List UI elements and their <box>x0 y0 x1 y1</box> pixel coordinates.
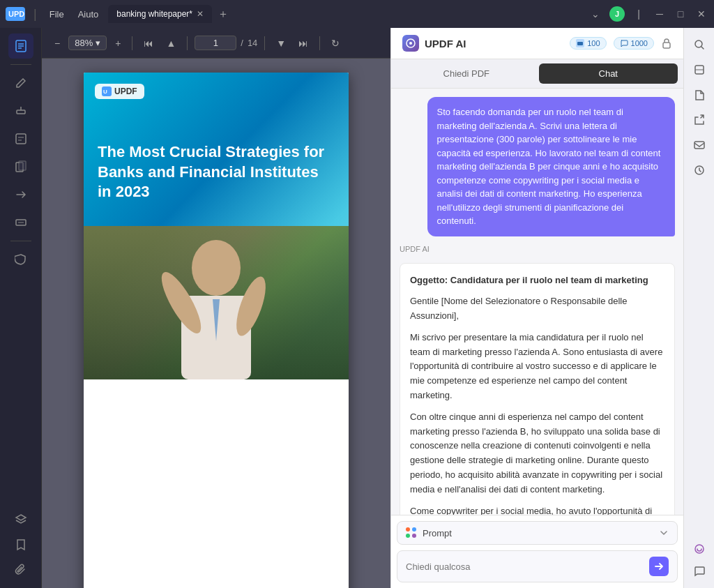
new-tab-btn[interactable]: ＋ <box>218 7 229 22</box>
svg-point-18 <box>192 240 241 296</box>
ai-credits-value: 100 <box>587 39 600 47</box>
minimize-btn[interactable]: ─ <box>653 8 667 20</box>
pdf-person-image <box>84 226 349 379</box>
sidebar-icon-ocr[interactable] <box>8 210 33 235</box>
sidebar-icon-document[interactable] <box>8 33 33 59</box>
zoom-out-btn[interactable]: − <box>50 35 64 52</box>
ai-response-para1: Mi scrivo per presentare la mia candidat… <box>410 331 664 403</box>
rs-icon-scan[interactable] <box>688 59 711 81</box>
ai-response-saluto: Gentile [Nome del Selezionatore o Respon… <box>410 294 664 324</box>
sidebar-icon-layers[interactable] <box>8 507 33 532</box>
svg-rect-31 <box>694 142 704 149</box>
svg-line-28 <box>701 47 704 49</box>
pdf-cover-photo <box>84 226 349 379</box>
nav-last-btn[interactable]: ⏭ <box>294 35 312 52</box>
right-sidebar <box>683 28 714 588</box>
prompt-section: Prompt <box>391 515 683 588</box>
pdf-toolbar: − 88% ▾ + ⏮ ▲ 1 / 14 ▼ ⏭ ↻ <box>42 28 390 59</box>
nav-prev-btn[interactable]: ▲ <box>162 35 180 52</box>
prompt-selector[interactable]: Prompt <box>397 521 678 545</box>
rs-icon-file[interactable] <box>688 84 711 106</box>
prompt-chevron-icon <box>659 528 669 538</box>
sidebar-separator-1 <box>10 64 31 65</box>
prompt-dots-icon <box>406 527 417 538</box>
sidebar-icon-convert[interactable] <box>8 182 33 207</box>
pdf-area: − 88% ▾ + ⏮ ▲ 1 / 14 ▼ ⏭ ↻ <box>42 28 390 588</box>
title-bar: UPDF | File Aiuto banking whitepaper* ✕ … <box>0 0 714 28</box>
sidebar-icon-attachment[interactable] <box>8 557 33 582</box>
rs-icon-history[interactable] <box>688 159 711 181</box>
rs-icon-ai-bottom[interactable] <box>688 538 711 560</box>
tab-chiedi-pdf[interactable]: Chiedi PDF <box>397 63 536 84</box>
svg-rect-12 <box>19 161 26 170</box>
user-avatar[interactable]: J <box>609 6 625 22</box>
ai-response-card: Oggetto: Candidatura per il ruolo nel te… <box>400 263 675 515</box>
rs-icon-chat-bottom[interactable] <box>688 560 711 582</box>
rs-icon-share[interactable] <box>688 109 711 131</box>
pdf-cover-title: The Most Crucial Strategies for Banks an… <box>98 142 335 202</box>
ai-credits-badge: 100 <box>570 37 606 50</box>
ai-messages-value: 1000 <box>631 39 648 47</box>
svg-rect-26 <box>663 43 670 48</box>
zoom-display[interactable]: 88% ▾ <box>68 36 107 50</box>
maximize-btn[interactable]: □ <box>674 8 688 20</box>
separator-icon: | <box>632 8 646 20</box>
pdf-logo-text: UPDF <box>114 86 137 96</box>
dot-4 <box>412 534 416 538</box>
svg-rect-25 <box>577 42 583 45</box>
ai-response-label: UPDF AI <box>400 245 675 253</box>
tab-bar: banking whitepaper* ✕ ＋ <box>108 5 583 23</box>
sidebar-icon-protect[interactable] <box>8 247 33 272</box>
toolbar-sep-3 <box>264 36 265 50</box>
send-button[interactable] <box>649 557 669 576</box>
sidebar-icon-edit[interactable] <box>8 70 33 96</box>
page-number-input[interactable]: 1 <box>195 36 236 50</box>
app-logo: UPDF <box>6 7 25 21</box>
rs-icon-search[interactable] <box>688 33 711 56</box>
pdf-cover-bg: U UPDF The Most Crucial Strategies for B… <box>84 73 349 379</box>
dot-3 <box>406 534 410 538</box>
ai-panel: UPDF AI 100 1000 Chiedi PDF Chat <box>390 28 683 588</box>
chat-messages: Sto facendo domanda per un ruolo nel tea… <box>391 89 683 515</box>
sidebar-icon-bookmark[interactable] <box>8 532 33 557</box>
svg-rect-6 <box>17 110 25 114</box>
rs-icon-mail[interactable] <box>688 134 711 156</box>
chat-input[interactable] <box>406 561 644 572</box>
dropdown-arrow[interactable]: ⌄ <box>588 8 602 20</box>
ai-title: UPDF AI <box>402 35 466 52</box>
dot-2 <box>412 527 416 532</box>
zoom-value: 88% <box>75 38 93 48</box>
tab-label: banking whitepaper* <box>116 9 192 19</box>
svg-point-33 <box>695 545 704 553</box>
chat-input-row <box>397 550 678 582</box>
ai-messages-badge: 1000 <box>614 37 654 50</box>
left-sidebar <box>0 28 42 588</box>
title-sep: | <box>33 7 37 22</box>
tab-close-btn[interactable]: ✕ <box>197 9 204 19</box>
sidebar-icon-highlight[interactable] <box>8 98 33 123</box>
sidebar-icon-form[interactable] <box>8 126 33 151</box>
active-tab[interactable]: banking whitepaper* ✕ <box>108 5 212 23</box>
zoom-dropdown-arrow[interactable]: ▾ <box>96 38 100 48</box>
ai-tabs: Chiedi PDF Chat <box>391 59 683 89</box>
rotate-btn[interactable]: ↻ <box>327 35 344 52</box>
close-btn[interactable]: ✕ <box>694 8 708 20</box>
ai-response-para2: Con oltre cinque anni di esperienza nel … <box>410 410 664 497</box>
zoom-in-btn[interactable]: + <box>111 35 125 52</box>
tab-chat[interactable]: Chat <box>539 63 678 84</box>
menu-aiuto[interactable]: Aiuto <box>74 8 103 21</box>
pdf-updf-logo: U UPDF <box>95 84 144 99</box>
rs-bottom <box>688 538 711 582</box>
nav-first-btn[interactable]: ⏮ <box>139 35 158 52</box>
menu-file[interactable]: File <box>45 8 68 21</box>
ai-response-oggetto: Oggetto: Candidatura per il ruolo nel te… <box>410 273 664 288</box>
svg-text:UPDF: UPDF <box>8 10 25 18</box>
ai-header-right: 100 1000 <box>570 37 672 50</box>
svg-rect-8 <box>16 134 26 144</box>
toolbar-sep-2 <box>187 36 188 50</box>
pdf-page: U UPDF The Most Crucial Strategies for B… <box>84 73 349 588</box>
user-message-bubble: Sto facendo domanda per un ruolo nel tea… <box>427 97 676 236</box>
nav-next-btn[interactable]: ▼ <box>272 35 290 52</box>
sidebar-icon-pages[interactable] <box>8 154 33 179</box>
toolbar-sep-1 <box>132 36 132 50</box>
